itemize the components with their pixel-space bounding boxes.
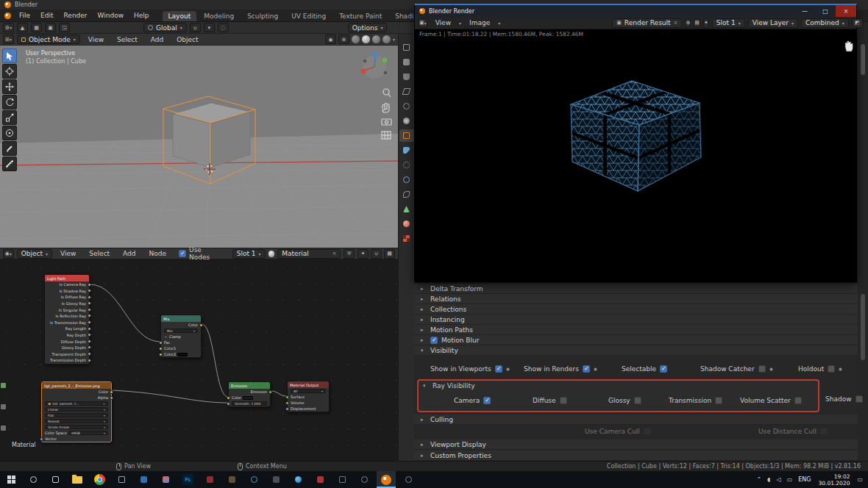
properties-scrollbar-thumb[interactable] — [861, 44, 865, 75]
projection-dropdown[interactable]: Flat▾ — [45, 413, 108, 418]
output-socket[interactable] — [88, 359, 91, 362]
ray-glossy-checkbox[interactable] — [634, 397, 641, 404]
snap-node-icon[interactable]: ∪ — [371, 249, 382, 259]
ray-transmission-checkbox[interactable] — [715, 397, 722, 404]
photos-app-button[interactable] — [156, 471, 175, 488]
rotate-tool-button[interactable] — [2, 95, 17, 110]
image-editor-type-icon[interactable]: ▣▾ — [419, 18, 427, 28]
tab-world[interactable] — [399, 115, 414, 127]
unlink-icon[interactable]: × — [674, 20, 678, 26]
tab-modeling[interactable]: Modeling — [198, 11, 240, 21]
blender-menu-icon[interactable] — [4, 12, 11, 19]
scale-tool-button[interactable] — [2, 110, 17, 125]
overlay-node-icon[interactable]: ▦ — [384, 249, 395, 259]
input-socket[interactable] — [285, 407, 289, 411]
photoshop-button[interactable]: Ps — [178, 471, 197, 488]
viewport-menu-select[interactable]: Select — [112, 36, 143, 43]
use-nodes-checkbox[interactable] — [179, 250, 186, 257]
output-socket[interactable] — [88, 352, 91, 356]
shading-wireframe-icon[interactable] — [352, 35, 360, 43]
editor-type-icon[interactable]: ⚙▾ — [3, 23, 14, 32]
animate-dot-icon[interactable] — [506, 367, 510, 371]
source-dropdown[interactable]: Single Image▾ — [45, 425, 108, 430]
menu-edit[interactable]: Edit — [35, 12, 58, 19]
menu-file[interactable]: File — [14, 12, 35, 19]
emission-color-swatch[interactable] — [243, 396, 253, 400]
shader-editor[interactable]: Light Path Is Camera Ray Is Shadow Ray I… — [0, 259, 398, 461]
node-header[interactable]: ligt_pannels_2_-_Emissive.png — [42, 382, 111, 389]
open-image-icon[interactable]: ▤ — [694, 18, 700, 28]
app-gray-button[interactable] — [266, 471, 285, 488]
tab-particles[interactable] — [399, 159, 414, 171]
fake-user-icon[interactable]: ⛨ — [344, 249, 355, 259]
shading-rendered-icon[interactable] — [383, 35, 391, 43]
use-distance-cull-checkbox[interactable] — [820, 428, 828, 435]
tab-view-layer[interactable] — [399, 85, 414, 98]
strength-field[interactable]: Strength: 1.000 — [232, 401, 267, 406]
app-dark2-button[interactable] — [332, 471, 352, 488]
active-tool-icon[interactable]: ▲ — [17, 23, 28, 32]
color2-swatch[interactable] — [177, 353, 188, 356]
move-tool-button[interactable] — [2, 79, 17, 94]
snap-target-dropdown[interactable]: ▾ — [204, 23, 215, 32]
tab-sculpting[interactable]: Sculpting — [241, 11, 284, 21]
viewport-menu-object[interactable]: Object — [171, 36, 203, 43]
app-media-button[interactable] — [244, 471, 263, 488]
input-socket[interactable] — [285, 395, 289, 399]
blend-mode-dropdown[interactable]: Mix▾ — [164, 329, 198, 334]
properties-scrollbar-thumb2[interactable] — [861, 294, 865, 360]
ray-volume-scatter-checkbox[interactable] — [794, 397, 802, 404]
menu-render[interactable]: Render — [59, 12, 93, 19]
output-socket[interactable] — [110, 390, 113, 394]
panel-culling[interactable]: ▸ Culling — [414, 415, 858, 425]
clamp-checkbox[interactable] — [164, 335, 168, 339]
tool-icon-group-2[interactable]: ▣ — [45, 23, 56, 32]
network-icon[interactable]: ◖ — [765, 476, 772, 483]
output-socket[interactable] — [88, 327, 91, 331]
shader-menu-view[interactable]: View — [55, 250, 81, 257]
input-socket[interactable] — [159, 353, 163, 356]
input-socket[interactable] — [285, 401, 289, 405]
viewport-editor-type-icon[interactable]: ⊞▾ — [3, 35, 14, 44]
material-output-node[interactable]: Material Output All▾ Surface Volume Disp… — [287, 381, 330, 412]
tab-tool[interactable] — [399, 41, 414, 54]
shadow-catcher-checkbox[interactable] — [758, 365, 766, 373]
measure-tool-button[interactable] — [2, 157, 17, 171]
output-socket[interactable] — [268, 390, 272, 394]
tab-texture-paint[interactable]: Texture Paint — [333, 11, 388, 21]
slot-dropdown[interactable]: Slot 1 ▾ — [232, 249, 266, 259]
input-socket[interactable] — [159, 341, 163, 345]
app-monitor-button[interactable] — [112, 471, 131, 488]
side-tab-icon[interactable] — [1, 404, 6, 409]
action-center-icon[interactable]: ▭ — [855, 476, 865, 483]
panel-motion-blur[interactable]: ▸Motion Blur — [414, 335, 858, 345]
output-socket[interactable] — [88, 283, 91, 287]
node-header[interactable]: Material Output — [288, 381, 329, 388]
node-header[interactable]: Mix — [161, 315, 201, 322]
panel-viewport-display[interactable]: ▸ Viewport Display — [414, 439, 858, 450]
annotate-tool-button[interactable] — [2, 141, 17, 156]
menu-help[interactable]: Help — [129, 12, 154, 19]
use-camera-cull-checkbox[interactable] — [644, 428, 651, 435]
battery-icon[interactable]: ▭ — [785, 476, 795, 483]
shader-menu-add[interactable]: Add — [118, 250, 140, 257]
ray-shadow-checkbox[interactable] — [855, 395, 863, 403]
selectable-checkbox[interactable] — [660, 365, 667, 373]
tab-object[interactable] — [399, 129, 414, 142]
input-socket[interactable] — [227, 396, 230, 400]
tab-scene[interactable] — [399, 100, 414, 112]
extension-dropdown[interactable]: Repeat▾ — [45, 419, 108, 424]
side-tab-icon[interactable] — [1, 426, 6, 431]
render-menu-image[interactable]: Image — [464, 19, 495, 26]
render-titlebar[interactable]: Blender Render — □ × — [415, 5, 856, 17]
render-canvas[interactable] — [415, 38, 856, 281]
tab-constraints[interactable] — [399, 188, 414, 201]
viewport-menu-add[interactable]: Add — [146, 36, 168, 43]
input-socket[interactable] — [40, 437, 43, 441]
pin-id-icon[interactable]: ✦ — [703, 18, 709, 28]
show-in-renders-checkbox[interactable] — [583, 365, 590, 373]
image-datablock[interactable]: ▣ligt_pannels_2...× — [45, 401, 108, 406]
menu-window[interactable]: Window — [93, 12, 129, 19]
app-red-button[interactable] — [200, 471, 219, 488]
chrome-button[interactable] — [90, 471, 109, 488]
